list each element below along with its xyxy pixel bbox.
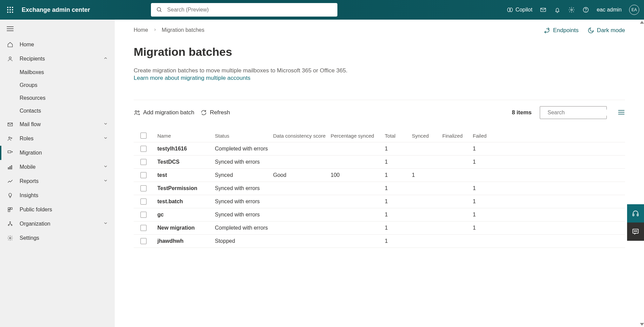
col-total[interactable]: Total (385, 133, 412, 139)
sidebar-sub-mailboxes[interactable]: Mailboxes (0, 66, 115, 79)
chevron-down-icon (103, 164, 108, 170)
col-failed[interactable]: Failed (473, 133, 493, 139)
row-checkbox[interactable] (140, 238, 147, 244)
sidebar-item-mobile[interactable]: Mobile (0, 160, 115, 174)
cell-failed: 1 (473, 225, 493, 231)
sidebar-item-migration[interactable]: Migration (0, 146, 115, 160)
copilot-label: Copilot (515, 7, 532, 13)
cell-name: gc (157, 212, 215, 218)
sidebar-item-label: Insights (20, 192, 38, 198)
svg-point-9 (157, 7, 161, 11)
sidebar-item-recipients[interactable]: Recipients (0, 52, 115, 66)
col-dcs[interactable]: Data consistency score (273, 133, 331, 139)
learn-more-link[interactable]: Learn more about migrating multiple acco… (134, 75, 250, 81)
sidebar-item-settings[interactable]: Settings (0, 231, 115, 245)
table-row[interactable]: test.batchSynced with errors11 (134, 195, 625, 208)
sidebar-item-reports[interactable]: Reports (0, 174, 115, 188)
add-migration-batch-button[interactable]: Add migration batch (134, 109, 194, 116)
svg-point-6 (7, 11, 8, 13)
chevron-up-icon (103, 56, 108, 62)
settings-icon[interactable] (568, 6, 575, 13)
table-row[interactable]: TestPermissionSynced with errors11 (134, 182, 625, 195)
row-checkbox[interactable] (140, 225, 147, 231)
row-checkbox[interactable] (140, 172, 147, 178)
page-top-actions: Endpoints Dark mode (543, 27, 625, 34)
svg-point-0 (7, 7, 8, 8)
support-headset-icon[interactable] (627, 204, 644, 223)
row-checkbox[interactable] (140, 212, 147, 218)
sidebar-item-publicfolders[interactable]: Public folders (0, 203, 115, 217)
col-name[interactable]: Name (157, 133, 215, 139)
svg-point-33 (11, 225, 12, 226)
cell-total: 1 (385, 198, 412, 205)
feedback-chat-icon[interactable] (627, 223, 644, 241)
darkmode-button[interactable]: Dark mode (587, 27, 625, 34)
sidebar-item-home[interactable]: Home (0, 38, 115, 52)
cell-status: Completed with errors (215, 225, 273, 231)
scroll-down-indicator[interactable] (640, 323, 644, 326)
chevron-down-icon (103, 121, 108, 127)
svg-rect-44 (633, 214, 634, 216)
sidebar-sub-contacts[interactable]: Contacts (0, 104, 115, 117)
refresh-button[interactable]: Refresh (200, 109, 230, 116)
darkmode-label: Dark mode (597, 27, 625, 34)
svg-point-3 (7, 9, 8, 10)
table-row[interactable]: testylh1616Completed with errors11 (134, 142, 625, 156)
hamburger-icon[interactable] (0, 24, 115, 38)
row-checkbox[interactable] (140, 159, 147, 165)
col-finalized[interactable]: Finalized (442, 133, 473, 139)
global-search[interactable] (151, 3, 337, 17)
top-right-group: Copilot eac admin EA (507, 5, 639, 15)
cell-status: Synced with errors (215, 198, 273, 205)
svg-point-49 (637, 231, 637, 231)
table-search[interactable] (540, 106, 607, 119)
sidebar-item-organization[interactable]: Organization (0, 217, 115, 231)
table-row[interactable]: New migrationCompleted with errors11 (134, 221, 625, 235)
avatar-initials: EA (631, 7, 637, 12)
table-row[interactable]: testSyncedGood10011 (134, 169, 625, 182)
avatar[interactable]: EA (629, 5, 639, 15)
svg-point-8 (12, 11, 13, 13)
help-icon[interactable] (582, 6, 589, 13)
sidebar-item-insights[interactable]: Insights (0, 188, 115, 203)
sidebar-item-label: Reports (20, 178, 39, 184)
row-checkbox[interactable] (140, 146, 147, 152)
reports-icon (7, 178, 14, 184)
svg-point-16 (586, 11, 586, 11)
row-checkbox[interactable] (140, 198, 147, 205)
cell-name: test (157, 172, 215, 178)
table-row[interactable]: gcSynced with errors11 (134, 208, 625, 221)
table-row[interactable]: TestDCSSynced with errors11 (134, 156, 625, 169)
breadcrumb-home[interactable]: Home (134, 27, 148, 33)
list-options-icon[interactable] (618, 109, 625, 116)
table-row[interactable]: jhawdhwhStopped1 (134, 235, 625, 248)
svg-point-48 (635, 231, 636, 231)
cell-total: 1 (385, 185, 412, 191)
notification-icon[interactable] (554, 6, 561, 13)
chevron-right-icon (153, 27, 157, 33)
sidebar-item-label: Mail flow (20, 121, 41, 127)
sidebar-sub-groups[interactable]: Groups (0, 79, 115, 92)
col-status[interactable]: Status (215, 133, 273, 139)
endpoints-button[interactable]: Endpoints (543, 27, 579, 34)
col-synced[interactable]: Synced (412, 133, 442, 139)
svg-point-4 (9, 9, 11, 10)
svg-point-2 (12, 7, 13, 8)
cell-synced: 1 (412, 172, 442, 178)
cell-failed: 1 (473, 212, 493, 218)
copilot-button[interactable]: Copilot (507, 6, 532, 13)
message-icon[interactable] (540, 6, 547, 13)
sidebar-sub-resources[interactable]: Resources (0, 92, 115, 104)
search-input[interactable] (167, 7, 332, 13)
col-pct[interactable]: Percentage synced (331, 133, 385, 139)
app-launcher-icon[interactable] (5, 4, 16, 15)
row-checkbox[interactable] (140, 185, 147, 191)
table-search-input[interactable] (548, 110, 615, 116)
migration-table: Name Status Data consistency score Perce… (134, 129, 625, 248)
select-all-checkbox[interactable] (140, 133, 147, 139)
sidebar-item-roles[interactable]: Roles (0, 132, 115, 146)
sidebar-item-label: Home (20, 42, 34, 48)
sidebar-item-mailflow[interactable]: Mail flow (0, 117, 115, 132)
svg-point-20 (9, 57, 11, 59)
scroll-up-indicator[interactable] (640, 21, 644, 24)
